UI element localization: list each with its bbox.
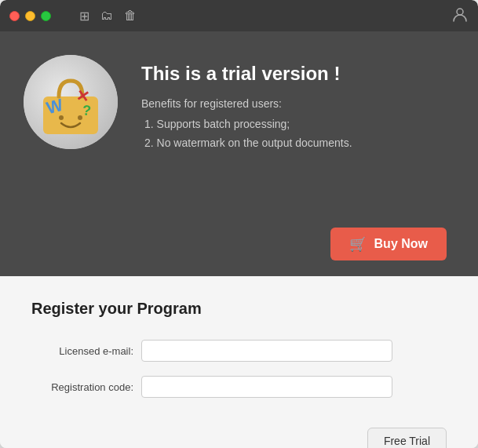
benefit-item-1: 1. Supports batch processing;: [141, 118, 447, 130]
maximize-button[interactable]: [41, 11, 51, 21]
bottom-section: Register your Program Licensed e-mail: R…: [0, 276, 478, 448]
toolbar-icons: ⊞ 🗂 🗑: [79, 9, 137, 24]
benefit-item-2: 2. No watermark on the output documents.: [141, 137, 447, 149]
code-row: Registration code:: [31, 376, 447, 398]
top-content: This is a trial version ! Benefits for r…: [141, 55, 447, 155]
app-icon: W ✕ ?: [24, 55, 118, 149]
email-input[interactable]: [141, 340, 392, 362]
registration-code-input[interactable]: [141, 376, 392, 398]
help-icon[interactable]: [451, 5, 469, 27]
svg-point-0: [457, 9, 463, 15]
close-button[interactable]: [9, 11, 20, 21]
email-label: Licensed e-mail:: [31, 345, 141, 357]
minimize-button[interactable]: [25, 11, 35, 21]
top-section: W ✕ ? This is a trial version ! Benefits…: [0, 31, 478, 228]
free-trial-button[interactable]: Free Trial: [367, 428, 447, 448]
trial-title: This is a trial version !: [141, 63, 447, 85]
copy-icon[interactable]: ⊞: [79, 9, 89, 24]
cart-icon: 🛒: [349, 235, 367, 253]
folder-icon[interactable]: 🗂: [100, 9, 113, 24]
code-label: Registration code:: [31, 381, 141, 393]
register-title: Register your Program: [31, 300, 447, 318]
email-row: Licensed e-mail:: [31, 340, 447, 362]
buy-now-row: 🛒 Buy Now: [0, 228, 478, 276]
svg-text:?: ?: [82, 102, 92, 118]
trash-icon[interactable]: 🗑: [124, 9, 137, 24]
benefits-label: Benefits for registered users:: [141, 97, 447, 110]
svg-point-2: [59, 115, 64, 120]
bottom-actions: Free Trial: [31, 412, 447, 448]
title-bar: ⊞ 🗂 🗑: [0, 0, 478, 31]
buy-now-button[interactable]: 🛒 Buy Now: [330, 228, 447, 260]
traffic-lights: [9, 11, 51, 21]
app-window: ⊞ 🗂 🗑: [0, 0, 478, 448]
buy-now-label: Buy Now: [374, 237, 428, 251]
